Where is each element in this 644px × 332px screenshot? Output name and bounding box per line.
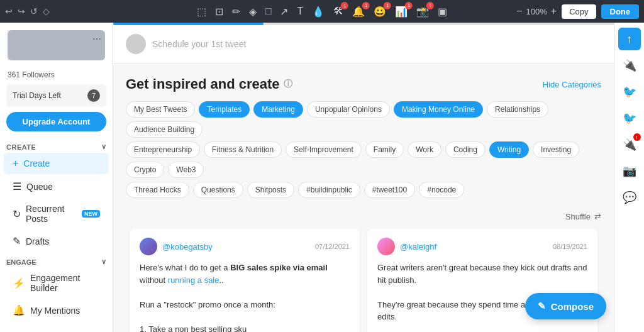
- queue-label: Queue: [26, 182, 53, 192]
- schedule-bar[interactable]: Schedule your 1st tweet: [113, 25, 614, 64]
- right-icon-primary[interactable]: ↑: [618, 28, 641, 50]
- dropper-tool[interactable]: 💧: [309, 4, 327, 19]
- right-icon-instagram[interactable]: 📷: [618, 160, 641, 182]
- diamond-icon[interactable]: ◇: [43, 6, 50, 16]
- top-toolbar: ↩ ↪ ↺ ◇ ⬚ ⊡ ✏ ◈ □ ↗ T 💧 🛠1 🔔1 😀1 📊1 📸! ▣…: [0, 0, 644, 23]
- arrow-tool[interactable]: ↗: [277, 4, 291, 19]
- tag-unpopular[interactable]: Unpopular Opinions: [307, 101, 390, 118]
- right-icon-plugin-2[interactable]: 🔌 !: [618, 133, 641, 156]
- tag-shitposts[interactable]: Shitposts: [247, 182, 294, 198]
- compose-button[interactable]: ✎ Compose: [525, 293, 606, 319]
- redo-icon[interactable]: ↪: [18, 6, 25, 16]
- engage-section-header[interactable]: ENGAGE ∨: [0, 253, 113, 267]
- info-icon[interactable]: ⓘ: [284, 79, 292, 90]
- right-icon-twitter-1[interactable]: 🐦: [618, 80, 641, 103]
- tag-self-improvement[interactable]: Self-Improvement: [286, 141, 362, 158]
- drafts-icon: ✎: [13, 235, 21, 247]
- card-2-avatar: [377, 238, 395, 255]
- fill-tool[interactable]: ◈: [247, 4, 259, 19]
- frame-tool[interactable]: ⬚: [194, 4, 209, 19]
- sidebar-item-mentions[interactable]: 🔔 My Mentions: [4, 299, 109, 321]
- done-button[interactable]: Done: [601, 4, 640, 19]
- mentions-label: My Mentions: [30, 306, 80, 316]
- plugin-tool-2[interactable]: 🔔1: [350, 4, 367, 19]
- profile-card: ⋯: [8, 30, 105, 60]
- recurrent-icon: ↻: [13, 208, 21, 220]
- tag-buildinpublic[interactable]: #buildinpublic: [298, 182, 360, 198]
- tag-work[interactable]: Work: [408, 141, 441, 158]
- pen-tool[interactable]: ✏: [230, 4, 243, 19]
- tag-questions[interactable]: Questions: [193, 182, 243, 198]
- tag-my-best-tweets[interactable]: My Best Tweets: [126, 101, 195, 118]
- refresh-icon[interactable]: ↺: [30, 6, 38, 16]
- tag-crypto[interactable]: Crypto: [126, 162, 164, 178]
- tag-investing[interactable]: Investing: [533, 141, 579, 158]
- upgrade-button[interactable]: Upgrade Account: [6, 112, 106, 131]
- tag-fitness[interactable]: Fitness & Nutrition: [204, 141, 282, 158]
- create-section-header[interactable]: CREATE ∨: [0, 139, 113, 152]
- sidebar-item-engagement[interactable]: ⚡ Engagement Builder: [4, 268, 109, 298]
- zoom-control: − 100% +: [516, 6, 557, 17]
- rect-tool[interactable]: □: [263, 4, 274, 18]
- undo-icon[interactable]: ↩: [5, 6, 13, 16]
- shuffle-row[interactable]: Shuffle ⇄: [113, 208, 614, 225]
- card-1-username[interactable]: @kobegatsby: [162, 242, 213, 252]
- tag-family[interactable]: Family: [365, 141, 404, 158]
- shuffle-label[interactable]: Shuffle: [565, 212, 591, 221]
- zoom-out-button[interactable]: −: [516, 6, 522, 17]
- right-icon-plugin-1[interactable]: 🔌: [618, 54, 641, 77]
- tags-row-2: Entrepreneurship Fitness & Nutrition Sel…: [126, 141, 601, 178]
- trial-days-widget: Trial Days Left 7: [6, 84, 106, 107]
- card-2-username[interactable]: @kaleighf: [400, 242, 436, 252]
- right-panel: ↑ 🔌 🐦 🐦 🔌 ! 📷 💬: [614, 23, 644, 332]
- hide-categories-button[interactable]: Hide Categories: [543, 80, 601, 89]
- plugin-tool-5[interactable]: 📸!: [414, 4, 431, 19]
- sidebar-item-recurrent[interactable]: ↻ Recurrent Posts NEW: [4, 199, 109, 229]
- inspire-section: Get inspired and create ⓘ Hide Categorie…: [113, 64, 614, 208]
- tag-making-money[interactable]: Making Money Online: [394, 101, 483, 118]
- sidebar-item-queue[interactable]: ☰ Queue: [4, 175, 109, 197]
- tag-audience[interactable]: Audience Building: [126, 121, 203, 138]
- inspire-header: Get inspired and create ⓘ Hide Categorie…: [126, 76, 601, 92]
- crop-tool[interactable]: ⊡: [213, 4, 226, 19]
- shuffle-icon: ⇄: [594, 212, 601, 221]
- tag-marketing[interactable]: Marketing: [253, 101, 303, 118]
- trial-days-label: Trial Days Left: [13, 91, 61, 100]
- right-icon-twitter-2[interactable]: 🐦: [618, 107, 641, 130]
- tag-templates[interactable]: Templates: [199, 101, 250, 118]
- plugin-tool-6[interactable]: ▣: [435, 4, 450, 19]
- tag-web3[interactable]: Web3: [168, 162, 204, 178]
- queue-icon: ☰: [13, 180, 21, 192]
- engagement-label: Engagement Builder: [30, 273, 100, 293]
- tag-nocode[interactable]: #nocode: [419, 182, 464, 198]
- plugin-tool-4[interactable]: 📊1: [392, 4, 410, 19]
- card-2-header: @kaleighf 08/19/2021: [377, 238, 587, 255]
- tag-coding[interactable]: Coding: [445, 141, 486, 158]
- plugin-tool-3[interactable]: 😀1: [371, 4, 389, 19]
- card-1-body: Here's what I do to get a BIG sales spik…: [140, 262, 350, 332]
- new-badge: NEW: [82, 210, 100, 218]
- toolbar-center-tools: ⬚ ⊡ ✏ ◈ □ ↗ T 💧 🛠1 🔔1 😀1 📊1 📸! ▣: [194, 4, 450, 19]
- sidebar-item-drafts[interactable]: ✎ Drafts: [4, 230, 109, 252]
- copy-button[interactable]: Copy: [562, 4, 596, 19]
- tag-thread-hocks[interactable]: Thread Hocks: [126, 182, 189, 198]
- tag-tweet100[interactable]: #tweet100: [364, 182, 415, 198]
- card-1-highlight: running a sale: [168, 275, 219, 285]
- card-1-header: @kobegatsby 07/12/2021: [140, 238, 350, 255]
- tag-entrepreneurship[interactable]: Entrepreneurship: [126, 141, 200, 158]
- trial-days-number: 7: [87, 89, 100, 102]
- schedule-placeholder[interactable]: Schedule your 1st tweet: [152, 39, 246, 49]
- right-icon-chat[interactable]: 💬: [618, 186, 641, 209]
- zoom-in-button[interactable]: +: [551, 6, 557, 17]
- card-2-date: 08/19/2021: [553, 243, 587, 250]
- tag-writing[interactable]: Writing: [489, 141, 529, 158]
- recurrent-label: Recurrent Posts: [26, 204, 77, 224]
- engage-chevron-icon: ∨: [101, 258, 106, 266]
- chevron-icon: ∨: [101, 143, 107, 151]
- plugin-tool-1[interactable]: 🛠1: [331, 4, 346, 18]
- tag-relationships[interactable]: Relationships: [487, 101, 548, 118]
- text-tool[interactable]: T: [294, 4, 306, 18]
- profile-menu-icon[interactable]: ⋯: [92, 34, 101, 44]
- engagement-icon: ⚡: [13, 277, 25, 289]
- sidebar-item-create[interactable]: + Create: [4, 153, 109, 174]
